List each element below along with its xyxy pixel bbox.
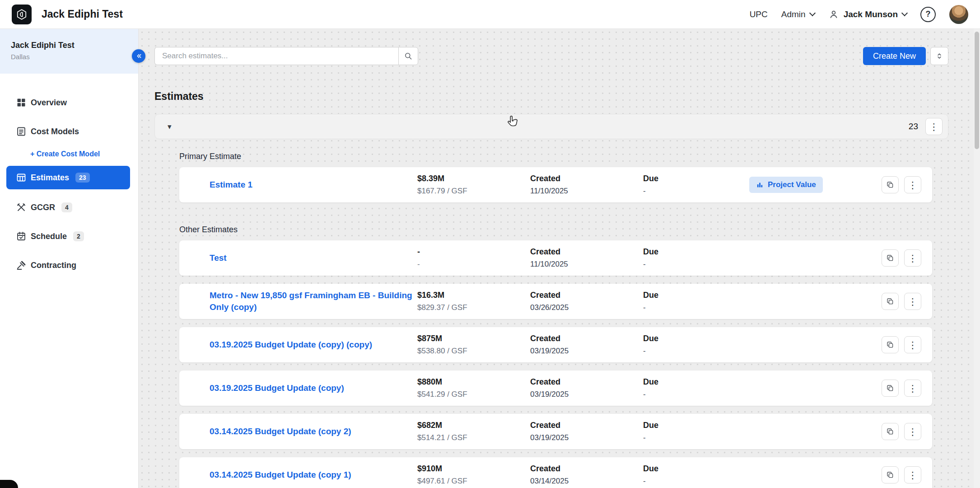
gavel-icon [16, 260, 27, 271]
others-section-label: Other Estimates [179, 225, 932, 235]
estimate-link[interactable]: Test [210, 252, 417, 264]
estimate-value: $682M [417, 421, 530, 430]
kebab-icon: ⋮ [908, 427, 918, 436]
estimate-link[interactable]: 03.14.2025 Budget Update (copy 1) [210, 469, 417, 481]
help-button[interactable]: ? [920, 7, 936, 22]
copy-button[interactable] [882, 293, 899, 310]
due-column: Due - [643, 464, 742, 486]
sidebar-item-label: Estimates [31, 173, 69, 183]
copy-button[interactable] [882, 336, 899, 353]
created-column: Created 03/19/2025 [530, 377, 643, 399]
created-date: 03/14/2025 [530, 477, 643, 486]
row-menu-button[interactable]: ⋮ [904, 293, 921, 310]
due-label: Due [643, 291, 742, 300]
grid-icon [16, 97, 27, 108]
estimate-value: - [417, 247, 530, 257]
row-menu-button[interactable]: ⋮ [904, 466, 921, 483]
page-title: Jack Ediphi Test [42, 8, 123, 20]
estimates-count-badge: 23 [75, 173, 90, 183]
created-date: 11/10/2025 [530, 260, 643, 269]
created-column: Created 03/19/2025 [530, 421, 643, 442]
copy-button[interactable] [882, 380, 899, 397]
created-label: Created [530, 421, 643, 430]
project-header: Jack Ediphi Test Dallas [0, 29, 138, 74]
user-menu[interactable]: Jack Munson [828, 9, 907, 20]
create-new-button[interactable]: Create New [863, 47, 926, 65]
created-label: Created [530, 174, 643, 183]
sidebar: Jack Ediphi Test Dallas Overview Cost Mo… [0, 29, 139, 488]
estimate-link[interactable]: 03.19.2025 Budget Update (copy) [210, 382, 417, 394]
sort-toggle-button[interactable] [930, 47, 948, 65]
sidebar-item-label: Schedule [31, 232, 67, 241]
estimate-link[interactable]: Estimate 1 [210, 179, 417, 191]
avatar[interactable] [949, 5, 968, 24]
sidebar-item-estimates[interactable]: Estimates 23 [6, 166, 130, 189]
copy-icon [886, 181, 894, 189]
row-menu-button[interactable]: ⋮ [904, 380, 921, 397]
kebab-icon: ⋮ [908, 384, 918, 393]
created-column: Created 11/10/2025 [530, 247, 643, 269]
group-menu-button[interactable]: ⋮ [925, 118, 943, 135]
project-value-badge[interactable]: Project Value [749, 177, 823, 193]
admin-menu[interactable]: Admin [781, 9, 815, 19]
ediphi-logo-icon [16, 9, 28, 20]
due-date: - [643, 303, 742, 312]
estimate-value: $16.3M [417, 291, 530, 300]
estimate-value: $8.39M [417, 174, 530, 183]
estimates-group-header[interactable]: ▾ 23 ⋮ [154, 114, 948, 139]
created-label: Created [530, 377, 643, 387]
help-icon: ? [926, 9, 931, 19]
created-column: Created 03/14/2025 [530, 464, 643, 486]
chevron-down-icon [901, 10, 908, 16]
kebab-icon: ⋮ [908, 470, 918, 480]
sidebar-item-label: Overview [31, 98, 67, 108]
upc-link[interactable]: UPC [750, 9, 768, 19]
sidebar-item-overview[interactable]: Overview [0, 88, 138, 117]
copy-icon [886, 254, 894, 262]
created-label: Created [530, 464, 643, 474]
sidebar-collapse-button[interactable] [132, 49, 145, 63]
row-menu-button[interactable]: ⋮ [904, 176, 921, 193]
value-column: $16.3M $829.37 / GSF [417, 291, 530, 312]
estimate-row: 03.14.2025 Budget Update (copy 1) $910M … [179, 457, 932, 488]
due-column: Due - [643, 334, 742, 356]
cost-models-icon [16, 126, 27, 137]
copy-icon [886, 297, 894, 305]
created-column: Created 03/26/2025 [530, 291, 643, 312]
estimate-row: 03.19.2025 Budget Update (copy) (copy) $… [179, 327, 932, 362]
search-button[interactable] [398, 47, 418, 65]
value-column: $682M $514.21 / GSF [417, 421, 530, 442]
create-cost-model-link[interactable]: + Create Cost Model [0, 146, 138, 162]
estimate-link[interactable]: 03.19.2025 Budget Update (copy) (copy) [210, 339, 417, 351]
page-scrollbar[interactable] [974, 29, 980, 488]
search-bar [154, 47, 418, 65]
estimate-link[interactable]: 03.14.2025 Budget Update (copy 2) [210, 426, 417, 437]
copy-button[interactable] [882, 249, 899, 267]
row-menu-button[interactable]: ⋮ [904, 249, 921, 267]
due-column: Due - [643, 421, 742, 442]
sidebar-item-gcgr[interactable]: GCGR 4 [0, 193, 138, 222]
value-column: $910M $497.61 / GSF [417, 464, 530, 486]
sidebar-item-cost-models[interactable]: Cost Models [0, 117, 138, 146]
estimate-link[interactable]: Metro - New 19,850 gsf Framingham EB - B… [210, 290, 417, 313]
row-menu-button[interactable]: ⋮ [904, 336, 921, 353]
search-input[interactable] [154, 47, 398, 65]
estimates-heading: Estimates [154, 90, 948, 103]
row-menu-button[interactable]: ⋮ [904, 423, 921, 440]
copy-button[interactable] [882, 466, 899, 483]
search-icon [404, 52, 413, 61]
sidebar-item-contracting[interactable]: Contracting [0, 251, 138, 280]
copy-button[interactable] [882, 176, 899, 193]
scrollbar-thumb[interactable] [975, 32, 979, 149]
ediphi-logo[interactable] [12, 5, 32, 24]
primary-rows: Estimate 1 $8.39M $167.79 / GSF Created … [179, 167, 932, 202]
sidebar-item-schedule[interactable]: Schedule 2 [0, 222, 138, 251]
project-location: Dallas [11, 53, 127, 61]
caret-down-icon[interactable]: ▾ [168, 122, 172, 131]
due-label: Due [643, 247, 742, 257]
sidebar-nav: Overview Cost Models + Create Cost Model… [0, 74, 138, 280]
created-column: Created 11/10/2025 [530, 174, 643, 196]
group-count: 23 [909, 122, 918, 131]
created-date: 03/19/2025 [530, 390, 643, 399]
copy-button[interactable] [882, 423, 899, 440]
